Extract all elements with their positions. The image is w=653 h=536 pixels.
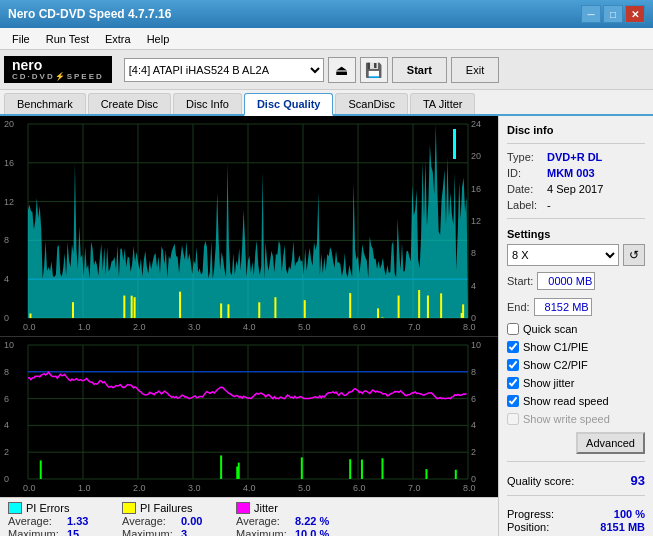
disc-type-value: DVD+R DL bbox=[547, 151, 602, 163]
app-logo: nero CD·DVD⚡SPEED bbox=[4, 56, 112, 83]
disc-type-row: Type: DVD+R DL bbox=[507, 151, 645, 163]
close-button[interactable]: ✕ bbox=[625, 5, 645, 23]
menubar: File Run Test Extra Help bbox=[0, 28, 653, 50]
c2pif-checkbox[interactable] bbox=[507, 359, 519, 371]
pi-failures-color-box bbox=[122, 502, 136, 514]
pi-errors-max-row: Maximum: 15 bbox=[8, 528, 102, 536]
jitter-label: Jitter bbox=[254, 502, 278, 514]
titlebar: Nero CD-DVD Speed 4.7.7.16 ─ □ ✕ bbox=[0, 0, 653, 28]
end-mb-input[interactable] bbox=[534, 298, 592, 316]
drive-selector: [4:4] ATAPI iHAS524 B AL2A bbox=[124, 58, 324, 82]
tab-benchmark[interactable]: Benchmark bbox=[4, 93, 86, 114]
quick-scan-checkbox[interactable] bbox=[507, 323, 519, 335]
start-mb-label: Start: bbox=[507, 275, 533, 287]
pi-failures-avg-value: 0.00 bbox=[181, 515, 216, 527]
menu-help[interactable]: Help bbox=[139, 31, 178, 47]
tab-discinfo[interactable]: Disc Info bbox=[173, 93, 242, 114]
jitter-legend: Jitter bbox=[236, 502, 332, 514]
read-speed-checkbox[interactable] bbox=[507, 395, 519, 407]
main-content: PI Errors Average: 1.33 Maximum: 15 Tota… bbox=[0, 116, 653, 536]
jitter-checkbox-row: Show jitter bbox=[507, 377, 645, 389]
pi-failures-max-value: 3 bbox=[181, 528, 216, 536]
end-mb-label: End: bbox=[507, 301, 530, 313]
c2pif-row: Show C2/PIF bbox=[507, 359, 645, 371]
menu-file[interactable]: File bbox=[4, 31, 38, 47]
tab-discquality[interactable]: Disc Quality bbox=[244, 93, 334, 116]
divider-4 bbox=[507, 495, 645, 496]
jitter-max-label: Maximum: bbox=[236, 528, 291, 536]
refresh-button[interactable]: ↺ bbox=[623, 244, 645, 266]
pi-errors-label: PI Errors bbox=[26, 502, 69, 514]
pi-failures-legend: PI Failures bbox=[122, 502, 216, 514]
progress-section: Progress: 100 % Position: 8151 MB Speed:… bbox=[507, 507, 645, 536]
disc-id-label: ID: bbox=[507, 167, 543, 179]
quality-label: Quality score: bbox=[507, 475, 574, 487]
progress-value: 100 % bbox=[614, 508, 645, 520]
c1pie-label: Show C1/PIE bbox=[523, 341, 588, 353]
start-mb-input[interactable] bbox=[537, 272, 595, 290]
progress-item: Progress: 100 % bbox=[507, 508, 645, 520]
chart-area: PI Errors Average: 1.33 Maximum: 15 Tota… bbox=[0, 116, 498, 536]
speed-row: 8 X ↺ bbox=[507, 244, 645, 266]
maximize-button[interactable]: □ bbox=[603, 5, 623, 23]
jitter-avg-row: Average: 8.22 % bbox=[236, 515, 332, 527]
chart-top bbox=[0, 116, 498, 337]
speed-select[interactable]: 8 X bbox=[507, 244, 619, 266]
divider-2 bbox=[507, 218, 645, 219]
read-speed-label: Show read speed bbox=[523, 395, 609, 407]
end-mb-row: End: bbox=[507, 298, 645, 316]
eject-button[interactable]: ⏏ bbox=[328, 57, 356, 83]
right-panel: Disc info Type: DVD+R DL ID: MKM 003 Dat… bbox=[498, 116, 653, 536]
disc-date-value: 4 Sep 2017 bbox=[547, 183, 603, 195]
pi-errors-legend: PI Errors bbox=[8, 502, 102, 514]
quick-scan-label: Quick scan bbox=[523, 323, 577, 335]
write-speed-label: Show write speed bbox=[523, 413, 610, 425]
quick-scan-row: Quick scan bbox=[507, 323, 645, 335]
disc-id-row: ID: MKM 003 bbox=[507, 167, 645, 179]
jitter-group: Jitter Average: 8.22 % Maximum: 10.0 % P… bbox=[236, 502, 332, 536]
chart-bottom bbox=[0, 337, 498, 497]
pi-errors-color-box bbox=[8, 502, 22, 514]
jitter-checkbox[interactable] bbox=[507, 377, 519, 389]
drive-dropdown[interactable]: [4:4] ATAPI iHAS524 B AL2A bbox=[124, 58, 324, 82]
jitter-avg-value: 8.22 % bbox=[295, 515, 330, 527]
disc-date-label: Date: bbox=[507, 183, 543, 195]
pi-failures-avg-row: Average: 0.00 bbox=[122, 515, 216, 527]
quality-score-value: 93 bbox=[631, 473, 645, 488]
minimize-button[interactable]: ─ bbox=[581, 5, 601, 23]
pi-errors-avg-label: Average: bbox=[8, 515, 63, 527]
start-button[interactable]: Start bbox=[392, 57, 447, 83]
position-item: Position: 8151 MB bbox=[507, 521, 645, 533]
tabbar: Benchmark Create Disc Disc Info Disc Qua… bbox=[0, 90, 653, 116]
save-button[interactable]: 💾 bbox=[360, 57, 388, 83]
quality-row: Quality score: 93 bbox=[507, 473, 645, 488]
pi-errors-max-label: Maximum: bbox=[8, 528, 63, 536]
disc-info-title: Disc info bbox=[507, 124, 645, 136]
start-mb-row: Start: bbox=[507, 272, 645, 290]
pi-failures-avg-label: Average: bbox=[122, 515, 177, 527]
menu-runtest[interactable]: Run Test bbox=[38, 31, 97, 47]
write-speed-row: Show write speed bbox=[507, 413, 645, 425]
divider-1 bbox=[507, 143, 645, 144]
position-label: Position: bbox=[507, 521, 549, 533]
disc-type-label: Type: bbox=[507, 151, 543, 163]
disc-label-row: Label: - bbox=[507, 199, 645, 211]
pi-errors-group: PI Errors Average: 1.33 Maximum: 15 Tota… bbox=[8, 502, 102, 536]
tab-tajitter[interactable]: TA Jitter bbox=[410, 93, 476, 114]
tab-scandisc[interactable]: ScanDisc bbox=[335, 93, 407, 114]
jitter-color-box bbox=[236, 502, 250, 514]
write-speed-checkbox[interactable] bbox=[507, 413, 519, 425]
c2pif-label: Show C2/PIF bbox=[523, 359, 588, 371]
exit-button[interactable]: Exit bbox=[451, 57, 499, 83]
menu-extra[interactable]: Extra bbox=[97, 31, 139, 47]
disc-label-label: Label: bbox=[507, 199, 543, 211]
c1pie-checkbox[interactable] bbox=[507, 341, 519, 353]
pi-failures-max-row: Maximum: 3 bbox=[122, 528, 216, 536]
position-value: 8151 MB bbox=[600, 521, 645, 533]
stats-bar: PI Errors Average: 1.33 Maximum: 15 Tota… bbox=[0, 497, 498, 536]
pi-errors-max-value: 15 bbox=[67, 528, 102, 536]
toolbar: nero CD·DVD⚡SPEED [4:4] ATAPI iHAS524 B … bbox=[0, 50, 653, 90]
tab-createdisc[interactable]: Create Disc bbox=[88, 93, 171, 114]
advanced-button[interactable]: Advanced bbox=[576, 432, 645, 454]
pi-failures-group: PI Failures Average: 0.00 Maximum: 3 Tot… bbox=[122, 502, 216, 536]
